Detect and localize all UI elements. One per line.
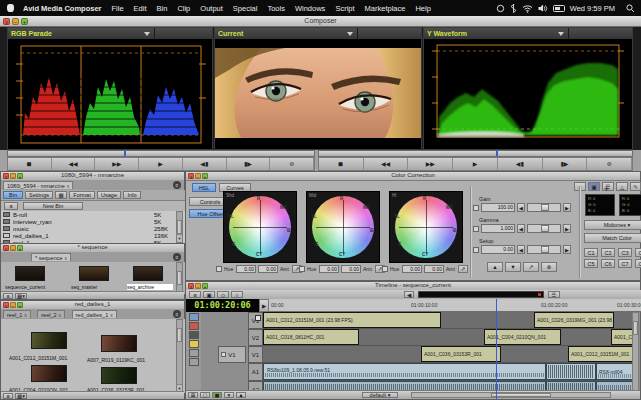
audio-clip[interactable] — [546, 363, 596, 380]
fast-menu-icon[interactable]: ≡ — [173, 253, 181, 261]
position-indicator[interactable] — [124, 151, 126, 156]
correction-c8[interactable]: C8 — [635, 259, 641, 268]
menu-file[interactable]: File — [107, 4, 129, 13]
bluetooth-icon[interactable] — [510, 4, 517, 13]
clip-name[interactable]: sequence_current — [5, 284, 61, 290]
sequence-scrollbar[interactable] — [176, 262, 183, 294]
amount-value[interactable]: 0.00 — [341, 265, 361, 273]
video-quality-icon[interactable] — [189, 313, 199, 321]
track-button-a1[interactable]: A1 — [248, 363, 263, 381]
view-mode-icon[interactable]: ▦▾ — [15, 393, 27, 399]
menu-clock[interactable]: Wed 9:59 PM — [570, 4, 615, 13]
clip-thumbnail[interactable] — [31, 365, 67, 382]
timecode-track-bar[interactable] — [418, 291, 544, 298]
caret-up-icon[interactable]: ▲ — [236, 392, 246, 398]
timeline-clip[interactable]: A001_C036_03153R_001 — [421, 346, 501, 362]
timeline-clip[interactable]: A001_C02 — [611, 329, 634, 345]
rewind-button[interactable]: ◀◀ — [364, 158, 409, 170]
correction-c6[interactable]: C6 — [601, 259, 615, 268]
menu-edit[interactable]: Edit — [129, 4, 152, 13]
shadows-wheel[interactable]: Shd R MG B CY G YL — [223, 191, 297, 263]
correction-c7[interactable]: C7 — [618, 259, 632, 268]
clip-name[interactable]: seq_master — [71, 284, 115, 290]
clip-thumbnail[interactable] — [101, 367, 137, 384]
tab-close-icon[interactable]: x — [67, 183, 70, 189]
menu-special[interactable]: Special — [228, 4, 263, 13]
cc-tool-icon[interactable]: △ — [616, 182, 628, 191]
clip-thumbnail[interactable] — [79, 266, 109, 281]
timeline-clip[interactable]: A001_C012_03151M_001 — [568, 346, 634, 362]
audio-clip[interactable]: RS8-roll04 — [596, 363, 634, 380]
rewind-button[interactable]: ◀◀ — [52, 158, 96, 170]
dailies-scrollbar[interactable]: ▼ — [176, 319, 183, 393]
timeline-hscrollbar[interactable] — [411, 392, 611, 398]
no-mark-button[interactable]: ⊘ — [587, 158, 632, 170]
gain-enable-checkbox[interactable] — [473, 205, 479, 211]
flag-icon[interactable] — [189, 340, 199, 348]
correction-c1[interactable]: C1 — [584, 248, 598, 257]
sequence-tab[interactable]: * sequencex — [31, 253, 71, 261]
record-position-bar[interactable] — [318, 150, 633, 157]
go-to-next-button[interactable]: ▮▶ — [227, 158, 271, 170]
eyedropper-icon[interactable]: ↗ — [523, 262, 539, 272]
clip-name[interactable]: A001_C012_03151M_001 — [9, 355, 81, 361]
gain-value[interactable]: 100.00 — [481, 203, 515, 212]
match-color-button[interactable]: Match Color — [584, 233, 641, 243]
enable-checkbox[interactable] — [382, 266, 388, 272]
fast-menu-icon[interactable]: ≡ — [173, 310, 181, 318]
menu-lines-icon[interactable]: ☰ — [548, 291, 560, 298]
gamma-slider[interactable] — [527, 224, 561, 233]
bin-item-row[interactable]: B-roll5K — [1, 211, 186, 218]
info-view-tab[interactable]: Info — [123, 191, 141, 199]
source-patch-v1[interactable]: V1 — [218, 346, 246, 363]
cc-tool-icon[interactable]: ▣ — [588, 182, 600, 191]
clip-name[interactable]: A007_R019_0119KC_001 — [87, 357, 163, 363]
eyedropper-icon[interactable]: ↗ — [458, 265, 468, 273]
smart-tool-icon[interactable]: ◇ — [217, 291, 229, 298]
track-button-v3[interactable]: V3 — [248, 312, 263, 329]
menu-help[interactable]: Help — [410, 4, 435, 13]
gamma-value[interactable]: 1.000 — [481, 224, 515, 233]
stop-button[interactable]: ◼ — [8, 158, 52, 170]
display-icon[interactable] — [553, 4, 565, 13]
timeline-tracks-area[interactable]: A001_C012_03151M_001 (23.98 FPS) A001_C0… — [263, 312, 634, 399]
fast-forward-button[interactable]: ▶▶ — [95, 158, 139, 170]
cc-title-bar[interactable]: x − + Color Correction — [186, 172, 640, 181]
remove-effect-icon[interactable]: ▼ — [505, 262, 521, 272]
menu-output[interactable]: Output — [195, 4, 228, 13]
play-button[interactable]: ▶ — [139, 158, 183, 170]
timeline-clip[interactable]: A001_C026_0319MG_001 (23.98 FPS) — [534, 312, 614, 328]
smart-tool-icon[interactable]: ○ — [231, 291, 243, 298]
gamma-enable-checkbox[interactable] — [473, 226, 479, 232]
cc-tool-icon[interactable]: ✎ — [630, 182, 641, 191]
bin-tab[interactable]: 1080i_5994 - mmarcinex — [3, 181, 73, 189]
go-to-previous-button[interactable]: ◀▮ — [183, 158, 227, 170]
fast-menu-icon[interactable]: ≡ — [3, 393, 13, 399]
toggle-icon[interactable]: ◻ — [200, 392, 210, 398]
bin-item-row[interactable]: red_dailies_1136K — [1, 232, 186, 239]
source-position-bar[interactable] — [7, 150, 315, 157]
increment-arrow[interactable]: ▶ — [563, 245, 571, 254]
menu-bin[interactable]: Bin — [152, 4, 173, 13]
enable-checkbox[interactable] — [216, 266, 222, 272]
setup-enable-checkbox[interactable] — [473, 247, 479, 253]
decrement-arrow[interactable]: ◀ — [517, 203, 525, 212]
fast-forward-button[interactable]: ▶▶ — [408, 158, 453, 170]
track-button-v2[interactable]: V2 — [248, 329, 263, 346]
reel1-tab[interactable]: reel_1x — [3, 310, 31, 318]
timeline-clip[interactable]: A001_C018_0811HC_001 — [263, 329, 359, 345]
increment-arrow[interactable]: ▶ — [563, 224, 571, 233]
clip-thumbnail[interactable] — [15, 266, 45, 281]
go-to-next-button[interactable]: ▮▶ — [543, 158, 588, 170]
auto-correct-icon[interactable]: ▲ — [487, 262, 503, 272]
left-arrow-icon[interactable]: ◀ — [404, 291, 414, 298]
menu-app-name[interactable]: Avid Media Composer — [18, 4, 107, 13]
hue-value[interactable]: 0.00 — [402, 265, 422, 273]
audio-clip[interactable]: RS8to109_1.08.05.9.new.51 — [263, 363, 546, 380]
tool-icon[interactable] — [189, 358, 199, 366]
tool-icon[interactable] — [189, 349, 199, 357]
correction-c2[interactable]: C2 — [601, 248, 615, 257]
volume-icon[interactable] — [538, 4, 548, 13]
play-icon[interactable]: ▶ — [259, 299, 269, 312]
clip-thumbnail[interactable] — [31, 332, 67, 349]
